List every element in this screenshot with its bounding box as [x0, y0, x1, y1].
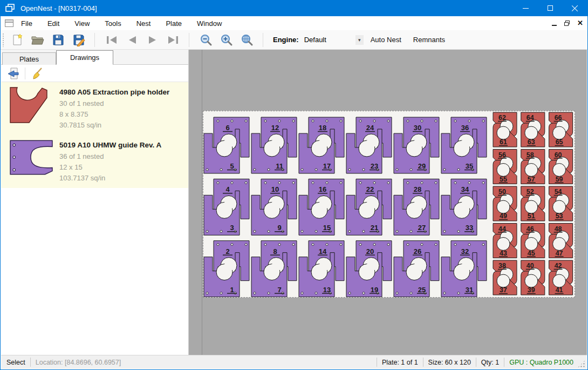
part-number: 66	[555, 114, 562, 122]
nest-pair-red[interactable]: 62 61	[493, 112, 517, 147]
part-number: 12	[271, 124, 279, 132]
window-maximize-button[interactable]	[538, 0, 563, 16]
engine-combobox[interactable]: Default ▾	[303, 34, 364, 46]
part-number: 32	[461, 247, 469, 255]
part-number: 4	[225, 185, 230, 193]
menu-window[interactable]: Window	[189, 17, 229, 30]
window-minimize-button[interactable]	[513, 0, 538, 16]
nest-pair-red[interactable]: 56 55	[493, 150, 517, 184]
nest-pair-purple[interactable]: 10 9	[251, 179, 297, 235]
nest-pair-red[interactable]: 46 45	[521, 224, 545, 258]
nest-pair-red[interactable]: 40 39	[521, 260, 545, 295]
nest-pair-purple[interactable]: 30 29	[394, 117, 439, 173]
nest-pair-purple[interactable]: 16 15	[299, 179, 344, 235]
part-number: 42	[555, 262, 562, 270]
chevron-down-icon[interactable]: ▾	[355, 35, 364, 45]
zoom-in-button[interactable]	[218, 32, 235, 48]
nest-pair-purple[interactable]: 36 35	[441, 117, 487, 173]
nest-svg[interactable]: 6 5 12 11 18 17	[203, 111, 575, 297]
menu-view[interactable]: View	[67, 17, 97, 30]
open-file-icon	[31, 33, 45, 46]
part-number: 28	[414, 185, 421, 193]
save-as-button[interactable]	[71, 32, 87, 48]
part-number: 50	[498, 188, 506, 196]
clean-broom-icon	[31, 68, 44, 79]
mdi-restore-button[interactable]	[564, 21, 570, 26]
menu-plate[interactable]: Plate	[158, 17, 189, 30]
import-drawing-button[interactable]	[5, 66, 20, 80]
part-shape-purple-icon	[10, 140, 53, 176]
part-number: 65	[556, 138, 563, 146]
nest-canvas[interactable]: 6 5 12 11 18 17	[189, 50, 587, 355]
zoom-fit-button[interactable]	[239, 32, 255, 48]
auto-nest-button[interactable]: Auto Nest	[366, 32, 406, 47]
nest-pair-purple[interactable]: 26 25	[394, 241, 439, 297]
clear-drawings-button[interactable]	[30, 66, 45, 80]
part-number: 8	[273, 247, 277, 255]
remnants-button[interactable]: Remnants	[408, 32, 450, 47]
part-number: 18	[319, 124, 326, 132]
go-last-icon	[166, 35, 180, 45]
nest-pair-purple[interactable]: 22 21	[346, 179, 392, 235]
zoom-out-button[interactable]	[198, 32, 214, 48]
part-number: 52	[527, 188, 534, 196]
go-previous-button[interactable]	[124, 32, 140, 48]
menu-edit[interactable]: Edit	[40, 17, 67, 30]
document-icon[interactable]	[5, 19, 13, 27]
nest-pair-red[interactable]: 64 63	[521, 112, 545, 147]
new-file-button[interactable]	[9, 32, 25, 48]
menu-nest[interactable]: Nest	[129, 17, 159, 30]
nest-pair-purple[interactable]: 8 7	[251, 241, 297, 297]
nest-pair-red[interactable]: 44 43	[493, 224, 517, 258]
left-panel: Plates Drawings	[1, 50, 189, 355]
part-number: 40	[527, 262, 534, 270]
nest-pair-red[interactable]: 42 41	[549, 260, 573, 295]
mdi-minimize-button[interactable]	[552, 25, 557, 26]
nest-pair-purple[interactable]: 14 13	[299, 241, 344, 297]
save-as-icon	[72, 33, 85, 46]
nest-pair-purple[interactable]: 34 33	[441, 179, 487, 235]
save-button[interactable]	[50, 32, 66, 48]
menu-file[interactable]: File	[13, 17, 40, 30]
part-number: 35	[466, 162, 473, 170]
drawings-list: 4980 A05 Extraction pipe holder 30 of 1 …	[1, 82, 188, 188]
nest-pair-purple[interactable]: 24 23	[346, 117, 392, 173]
part-number: 37	[500, 286, 507, 294]
nest-pair-red[interactable]: 60 59	[549, 150, 573, 184]
resize-grip-icon[interactable]	[578, 360, 585, 368]
window-close-button[interactable]	[563, 0, 587, 16]
iconbar-separator	[25, 68, 25, 79]
tab-strip: Plates Drawings	[1, 50, 188, 65]
nest-pair-purple[interactable]: 20 19	[346, 241, 392, 297]
nest-pair-purple[interactable]: 2 1	[204, 241, 249, 297]
nest-pair-red[interactable]: 54 53	[549, 186, 573, 221]
list-item-drawing-1[interactable]: 4980 A05 Extraction pipe holder 30 of 1 …	[1, 82, 188, 135]
toolbar-separator	[94, 33, 95, 47]
nest-pair-purple[interactable]: 4 3	[204, 179, 249, 235]
nest-pair-red[interactable]: 66 65	[549, 112, 573, 147]
part-number: 25	[418, 286, 426, 294]
mdi-close-button[interactable]: ✕	[577, 21, 583, 26]
toolbar-grip[interactable]	[2, 33, 5, 47]
nest-pair-purple[interactable]: 6 5	[204, 117, 249, 173]
nest-pair-purple[interactable]: 18 17	[299, 117, 344, 173]
nest-pair-red[interactable]: 50 49	[493, 186, 517, 221]
nest-pair-red[interactable]: 58 57	[521, 150, 545, 184]
nest-pair-purple[interactable]: 32 31	[441, 241, 487, 297]
part-number: 21	[371, 224, 378, 232]
go-last-button[interactable]	[165, 32, 181, 48]
tab-drawings[interactable]: Drawings	[56, 50, 113, 65]
tab-plates[interactable]: Plates	[2, 52, 56, 65]
nest-pair-purple[interactable]: 28 27	[394, 179, 439, 235]
nest-pair-red[interactable]: 52 51	[521, 186, 545, 221]
plate[interactable]: 6 5 12 11 18 17	[203, 111, 575, 298]
list-item-drawing-2[interactable]: 5019 A10 UHMW guide Rev. A 36 of 1 neste…	[1, 135, 188, 188]
nest-pair-red[interactable]: 38 37	[493, 260, 517, 295]
nest-pair-red[interactable]: 48 47	[549, 224, 573, 258]
nest-pair-purple[interactable]: 12 11	[251, 117, 297, 173]
menu-tools[interactable]: Tools	[97, 17, 128, 30]
go-first-button[interactable]	[104, 32, 120, 48]
part-number: 53	[556, 212, 563, 220]
go-next-button[interactable]	[145, 32, 161, 48]
open-file-button[interactable]	[30, 32, 46, 48]
